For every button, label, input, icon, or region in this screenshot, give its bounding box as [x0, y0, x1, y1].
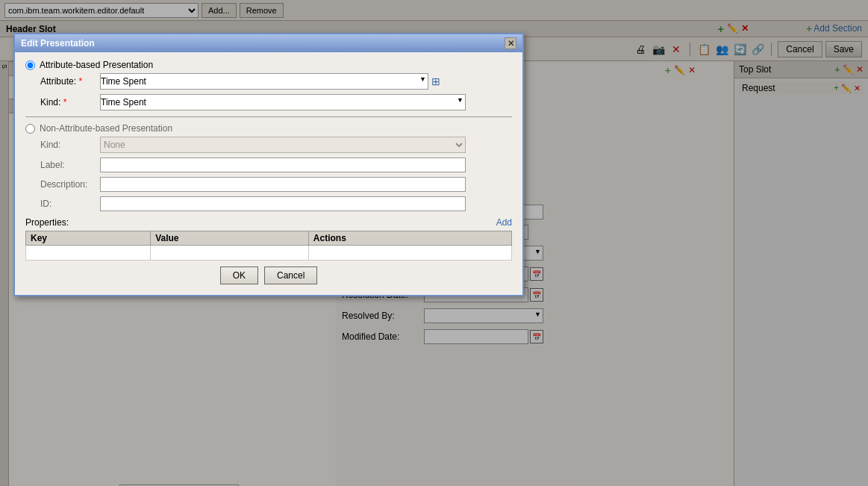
non-attr-section: Non-Attribute-based Presentation Kind: N…	[25, 123, 512, 211]
props-value-cell	[151, 246, 309, 261]
description-field-label: Description:	[40, 179, 100, 190]
non-attr-radio-label: Non-Attribute-based Presentation	[25, 123, 512, 134]
dialog-close-button[interactable]: ✕	[505, 37, 516, 49]
dialog-footer: OK Cancel	[25, 261, 512, 287]
attribute-row: Attribute: * Time Spent ⊞	[40, 73, 512, 90]
kind-select[interactable]: Time Spent	[100, 94, 466, 110]
description-input	[100, 177, 466, 192]
non-attr-radio-input[interactable]	[25, 124, 35, 134]
attr-based-section: Attribute-based Presentation Attribute: …	[25, 60, 512, 110]
description-row: Description:	[40, 177, 512, 192]
col-value-header: Value	[151, 231, 309, 246]
attribute-add-button[interactable]: ⊞	[431, 75, 440, 87]
properties-label: Properties:	[25, 217, 69, 228]
non-attr-extra-fields: Label: Description: ID:	[40, 158, 512, 211]
attr-radio-label: Attribute-based Presentation	[25, 60, 512, 70]
non-attr-kind-row: Kind: None	[40, 137, 512, 153]
label-input	[100, 158, 466, 172]
kind-row: Kind: * Time Spent	[40, 94, 512, 110]
props-key-cell	[26, 246, 151, 261]
attribute-select-wrapper: Time Spent	[100, 73, 428, 90]
dialog-divider	[25, 116, 512, 117]
non-attr-radio-text: Non-Attribute-based Presentation	[40, 123, 172, 134]
properties-add-button[interactable]: Add	[496, 217, 512, 228]
edit-presentation-dialog: Edit Presentation ✕ Attribute-based Pres…	[13, 33, 524, 296]
props-table-empty-row	[26, 246, 512, 261]
attr-radio-text: Attribute-based Presentation	[40, 60, 153, 70]
properties-section: Properties: Add Key Value Actions	[25, 217, 512, 261]
attr-radio-input[interactable]	[25, 60, 35, 70]
non-attr-fields: Kind: None	[40, 137, 512, 153]
non-attr-kind-select: None	[100, 137, 466, 153]
dialog-body: Attribute-based Presentation Attribute: …	[15, 52, 522, 295]
id-input	[100, 196, 466, 211]
attr-fields: Attribute: * Time Spent ⊞ Kind	[40, 73, 512, 110]
col-key-header: Key	[26, 231, 151, 246]
ok-button[interactable]: OK	[220, 267, 258, 284]
col-actions-header: Actions	[308, 231, 511, 246]
dialog-titlebar: Edit Presentation ✕	[15, 34, 522, 52]
label-row: Label:	[40, 158, 512, 172]
kind-select-wrapper: Time Spent	[100, 94, 466, 110]
dialog-title: Edit Presentation	[21, 38, 95, 49]
attribute-required-star: *	[78, 76, 82, 87]
attribute-label: Attribute: *	[40, 76, 100, 87]
label-field-label: Label:	[40, 160, 100, 170]
attribute-select[interactable]: Time Spent	[100, 73, 428, 90]
id-field-label: ID:	[40, 199, 100, 209]
kind-label: Kind: *	[40, 97, 100, 108]
attribute-add-icon: ⊞	[431, 75, 440, 87]
kind-required-star: *	[63, 97, 67, 108]
properties-table: Key Value Actions	[25, 231, 512, 261]
props-actions-cell	[308, 246, 511, 261]
non-attr-kind-label: Kind:	[40, 140, 100, 150]
dialog-cancel-button[interactable]: Cancel	[264, 267, 317, 284]
id-row: ID:	[40, 196, 512, 211]
properties-header: Properties: Add	[25, 217, 512, 228]
